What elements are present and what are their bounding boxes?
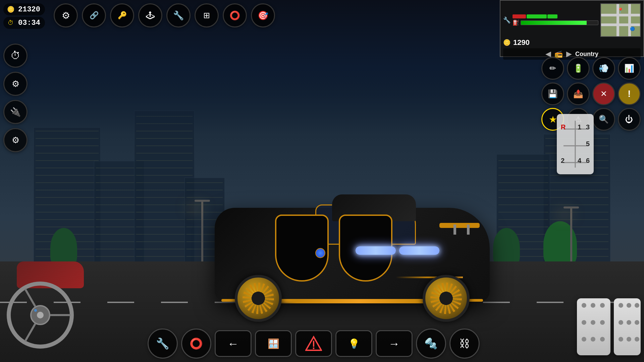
car-badge [315,248,325,258]
share-button[interactable]: 📤 [567,82,590,105]
ring-button[interactable]: ⭕ [223,3,247,27]
nav-next-button[interactable]: ▶ [566,50,572,58]
connector-button[interactable]: 🔌 [3,100,28,124]
warning-button[interactable]: ⚠ [567,108,590,131]
joystick-button[interactable]: 🕹 [138,3,162,27]
spoiler-stand-2 [453,225,456,235]
car-body [215,194,490,322]
gear-button[interactable]: ⚙ [3,128,28,152]
search-button[interactable]: 🔍 [592,108,615,131]
chain-bottom-button[interactable]: ⛓ [449,328,480,359]
power-button[interactable]: ⏻ [618,108,641,131]
hazard-triangle-icon [305,335,322,352]
hazard-button[interactable] [295,330,332,357]
settings-button[interactable]: ⚙ [54,3,78,27]
star-button[interactable]: ★ [541,108,564,131]
key-button[interactable]: 🔑 [110,3,134,27]
brake-tool-button[interactable]: 🔧 [148,328,178,359]
close-button[interactable]: ✕ [592,82,615,105]
turn-left-button[interactable]: ← [215,330,252,357]
fan-button[interactable]: 💨 [592,57,615,80]
bottom-toolbar: 🔧 ⭕ ← 🪟 💡 → 🔩 ⛓ [84,328,543,359]
battery-button[interactable]: 🔋 [567,57,590,80]
speedometer-button[interactable]: ⏱ [3,44,28,68]
spoiler-stand-1 [467,225,470,235]
disc-button[interactable]: ⭕ [181,328,211,359]
wheel-setting-button[interactable]: ⚙ [3,72,28,96]
spoiler [439,223,480,228]
svg-point-7 [313,348,315,349]
alert-button[interactable]: ! [618,82,641,105]
wheel-right [423,275,470,322]
chart-button[interactable]: 📊 [618,57,641,80]
car-container [201,121,503,322]
headlight-left [356,246,396,255]
wiper-button[interactable]: 🪟 [255,330,292,357]
headlight-right [399,246,439,255]
save-button[interactable]: 💾 [541,82,564,105]
pencil-button[interactable]: ✏ [541,57,564,80]
wheel-left [235,275,282,322]
headlight-toggle-button[interactable]: 💡 [335,330,372,357]
engine-button[interactable]: 🔩 [416,328,446,359]
turn-right-button[interactable]: → [376,330,413,357]
transmission-button[interactable]: ⊞ [195,3,219,27]
wheel-button[interactable]: 🎯 [251,3,275,27]
wrench-button[interactable]: 🔧 [166,3,191,27]
bg-car [17,261,84,288]
chain-button[interactable]: 🔗 [82,3,106,27]
